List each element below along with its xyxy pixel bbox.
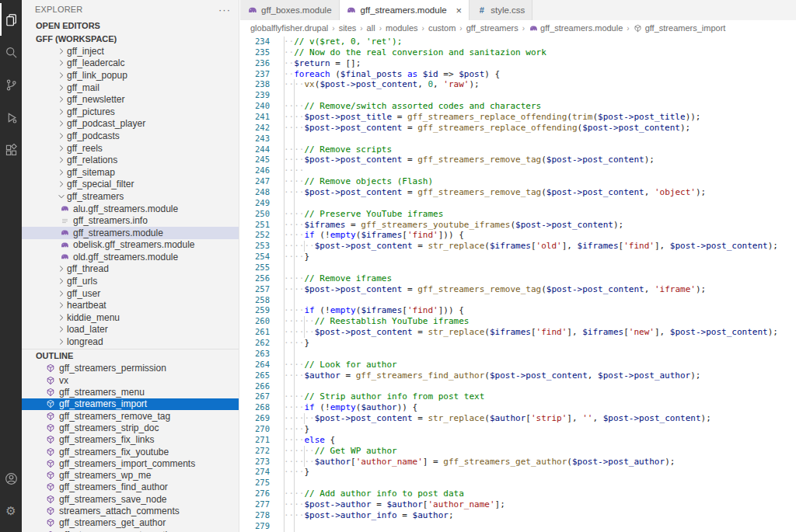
- code-line[interactable]: 247····// Remove objects (Flash): [240, 176, 796, 187]
- tree-item-load_later[interactable]: load_later: [22, 324, 239, 336]
- activity-settings[interactable]: ⚙: [0, 495, 22, 527]
- code-line[interactable]: 261······$post->post_content = str_repla…: [240, 327, 796, 338]
- tree-item-gff_inject[interactable]: gff_inject: [22, 45, 239, 57]
- code-line[interactable]: 248····$post->post_content = gff_streame…: [240, 187, 796, 198]
- outline-item-gff_streamers_save_node[interactable]: gff_streamers_save_node: [22, 493, 239, 505]
- breadcrumb-item-gff_streamers.module[interactable]: gff_streamers.module: [529, 23, 623, 33]
- code-line[interactable]: 268····if (!empty($author)) {: [240, 402, 796, 413]
- code-line[interactable]: 237··foreach ($final_posts as $id => $po…: [240, 69, 796, 80]
- tab-style.css[interactable]: #style.css: [470, 0, 532, 20]
- code-line[interactable]: 260······// Reestablish YouTube iframes: [240, 316, 796, 327]
- tree-item-alu.gff_streamers.module[interactable]: alu.gff_streamers.module: [22, 203, 239, 215]
- tree-item-gff_streamers[interactable]: gff_streamers: [22, 190, 239, 203]
- outline-item-gff_streamers_menu[interactable]: gff_streamers_menu: [22, 386, 239, 398]
- code-editor[interactable]: 234··// v($ret, 0, 'ret');235··// Now do…: [240, 37, 796, 532]
- code-line[interactable]: 258: [240, 295, 796, 306]
- code-line[interactable]: 256····// Remove iframes: [240, 273, 796, 284]
- section-workspace[interactable]: GFF (WORKSPACE): [22, 32, 239, 45]
- code-line[interactable]: 264····// Look for author: [240, 360, 796, 370]
- activity-run-debug[interactable]: [0, 101, 22, 134]
- outline-item-streamers_attach_comments[interactable]: streamers_attach_comments: [22, 505, 239, 516]
- outline-item-gff_streamers_wp_me[interactable]: gff_streamers_wp_me: [22, 470, 239, 482]
- close-icon[interactable]: ×: [456, 5, 463, 16]
- code-line[interactable]: 244····// Remove scripts: [240, 144, 796, 155]
- tree-item-gff_link_popup[interactable]: gff_link_popup: [22, 69, 239, 82]
- code-line[interactable]: 270····}: [240, 424, 796, 435]
- code-line[interactable]: 253······$post->post_content = str_repla…: [240, 241, 796, 252]
- tree-item-gff_podcast_player[interactable]: gff_podcast_player: [22, 118, 239, 130]
- code-line[interactable]: 254····}: [240, 252, 796, 263]
- code-line[interactable]: 243: [240, 134, 796, 144]
- outline-item-gff_streamers_permission[interactable]: gff_streamers_permission: [22, 363, 239, 374]
- outline-item-gff_streamers_create_author[interactable]: gff_streamers_create_author: [22, 529, 239, 532]
- tree-item-gff_reels[interactable]: gff_reels: [22, 142, 239, 155]
- code-line[interactable]: 272······// Get WP author: [240, 446, 796, 457]
- code-line[interactable]: 235··// Now do the real conversion and s…: [240, 47, 796, 58]
- outline-item-gff_streamers_import[interactable]: gff_streamers_import: [22, 398, 239, 410]
- activity-explorer[interactable]: [0, 3, 22, 36]
- code-line[interactable]: 279: [240, 521, 796, 532]
- section-outline[interactable]: OUTLINE: [22, 349, 239, 363]
- code-line[interactable]: 246····: [240, 165, 796, 176]
- activity-extensions[interactable]: [0, 134, 22, 166]
- code-line[interactable]: 238····vx($post->post_content, 0, 'raw')…: [240, 79, 796, 90]
- section-open-editors[interactable]: OPEN EDITORS: [22, 19, 239, 32]
- code-line[interactable]: 276····// Add author info to post data: [240, 489, 796, 499]
- code-line[interactable]: 242····$post->post_content = gff_streame…: [240, 123, 796, 134]
- tree-item-gff_leadercalc[interactable]: gff_leadercalc: [22, 57, 239, 70]
- code-line[interactable]: 236··$return = [];: [240, 58, 796, 69]
- breadcrumb-item-all[interactable]: all: [367, 23, 375, 33]
- code-line[interactable]: 234··// v($ret, 0, 'ret');: [240, 37, 796, 47]
- code-line[interactable]: 274····}: [240, 467, 796, 478]
- code-line[interactable]: 265····$author = gff_streamers_find_auth…: [240, 370, 796, 381]
- code-line[interactable]: 241····$post->post_title = gff_streamers…: [240, 112, 796, 123]
- tree-item-gff_relations[interactable]: gff_relations: [22, 154, 239, 166]
- tree-item-gff_streamers.info[interactable]: gff_streamers.info: [22, 214, 239, 227]
- tree-item-gff_sitemap[interactable]: gff_sitemap: [22, 166, 239, 179]
- activity-accounts[interactable]: [0, 462, 22, 495]
- code-line[interactable]: 259····if (!empty($iframes['find'])) {: [240, 305, 796, 316]
- tree-item-kiddie_menu[interactable]: kiddie_menu: [22, 311, 239, 324]
- code-line[interactable]: 257····$post->post_content = gff_streame…: [240, 284, 796, 295]
- tree-item-gff_streamers.module[interactable]: gff_streamers.module: [22, 227, 239, 239]
- tree-item-gff_mail[interactable]: gff_mail: [22, 82, 239, 94]
- tree-item-longread[interactable]: longread: [22, 336, 239, 348]
- code-line[interactable]: 267····// Strip author info from post te…: [240, 391, 796, 402]
- code-line[interactable]: 240····// Remove/switch assorted codes a…: [240, 101, 796, 112]
- breadcrumb-item-globalflyfisher.drupal[interactable]: globalflyfisher.drupal: [250, 23, 328, 33]
- tree-item-heartbeat[interactable]: heartbeat: [22, 299, 239, 311]
- code-line[interactable]: 252····if (!empty($iframes['find'])) {: [240, 230, 796, 241]
- outline-item-gff_streamers_strip_doc[interactable]: gff_streamers_strip_doc: [22, 422, 239, 433]
- code-line[interactable]: 255: [240, 263, 796, 273]
- breadcrumb-item-custom[interactable]: custom: [428, 23, 456, 33]
- outline-item-vx[interactable]: vx: [22, 374, 239, 386]
- code-line[interactable]: 273······$author['author_name'] = gff_st…: [240, 457, 796, 468]
- outline-item-gff_streamers_fix_links[interactable]: gff_streamers_fix_links: [22, 434, 239, 446]
- outline-item-gff_streamers_remove_tag[interactable]: gff_streamers_remove_tag: [22, 410, 239, 422]
- breadcrumb-item-gff_streamers_import[interactable]: gff_streamers_import: [634, 23, 726, 33]
- activity-source-control[interactable]: [0, 68, 22, 101]
- outline-item-gff_streamers_fix_youtube[interactable]: gff_streamers_fix_youtube: [22, 446, 239, 457]
- code-line[interactable]: 263: [240, 349, 796, 360]
- tree-item-gff_special_filter[interactable]: gff_special_filter: [22, 179, 239, 191]
- code-line[interactable]: 277····$post->author = $author['author_n…: [240, 499, 796, 510]
- code-line[interactable]: 251····$iframes = gff_streamers_youtube_…: [240, 220, 796, 231]
- code-line[interactable]: 278····$post->author_info = $author;: [240, 510, 796, 521]
- code-line[interactable]: 262····}: [240, 338, 796, 349]
- breadcrumb-item-gff_streamers[interactable]: gff_streamers: [466, 23, 518, 33]
- activity-search[interactable]: [0, 36, 22, 68]
- outline-item-gff_streamers_import_comments[interactable]: gff_streamers_import_comments: [22, 457, 239, 469]
- tab-gff_streamers.module[interactable]: gff_streamers.module×: [340, 0, 470, 20]
- code-line[interactable]: 245····$post->post_content = gff_streame…: [240, 155, 796, 165]
- code-line[interactable]: 266: [240, 381, 796, 392]
- code-line[interactable]: 271····else {: [240, 435, 796, 446]
- tree-item-gff_urls[interactable]: gff_urls: [22, 275, 239, 287]
- outline-item-gff_streamers_find_author[interactable]: gff_streamers_find_author: [22, 482, 239, 493]
- tree-item-old.gff_streamers.module[interactable]: old.gff_streamers.module: [22, 251, 239, 263]
- breadcrumb-item-sites[interactable]: sites: [339, 23, 357, 33]
- outline-item-gff_streamers_get_author[interactable]: gff_streamers_get_author: [22, 517, 239, 529]
- code-line[interactable]: 269······$post->post_content = str_repla…: [240, 413, 796, 424]
- tree-item-gff_podcasts[interactable]: gff_podcasts: [22, 130, 239, 142]
- tree-item-gff_newsletter[interactable]: gff_newsletter: [22, 93, 239, 106]
- code-line[interactable]: 239: [240, 90, 796, 101]
